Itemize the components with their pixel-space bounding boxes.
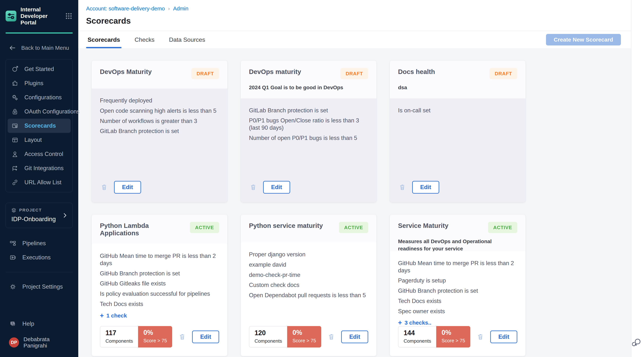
check-item: Pagerduty is setup [398, 277, 517, 284]
score-percentage: 0% [442, 329, 465, 336]
edit-scorecard-button[interactable]: Edit [114, 181, 141, 194]
arrow-left-icon [9, 44, 16, 52]
sidebar-item-scorecards[interactable]: Scorecards [8, 119, 70, 133]
sidebar-item-label: Layout [24, 136, 42, 143]
check-item: GitHub Gitleaks file exists [100, 280, 219, 287]
edit-scorecard-button[interactable]: Edit [412, 181, 439, 194]
sidebar-item-url-allow-list[interactable]: URL Allow List [8, 175, 70, 190]
sidebar-item-access-control[interactable]: Access Control [8, 147, 70, 161]
edit-scorecard-button[interactable]: Edit [490, 330, 517, 343]
check-item: demo-check-pr-time [249, 272, 368, 279]
brand-title: Internal Developer Portal [20, 6, 63, 26]
edit-scorecard-button[interactable]: Edit [263, 181, 290, 194]
sidebar-item-label: Git Integrations [24, 165, 64, 172]
card-header: DevOps maturity DRAFT 2024 Q1 Goal is to… [241, 60, 376, 98]
support-chat-icon[interactable] [632, 336, 643, 348]
scorecard-stats: 120 Components 0% Score > 75 [249, 326, 321, 348]
score-percentage: 0% [143, 329, 167, 336]
check-item: Tech Docs exists [100, 300, 219, 308]
tab-scorecards[interactable]: Scorecards [86, 31, 122, 48]
delete-scorecard-button[interactable] [476, 332, 485, 341]
settings-menu: Project Settings [8, 280, 71, 294]
layout-icon [11, 136, 18, 144]
pipelines-icon [9, 240, 16, 247]
card-header: DevOps Maturity DRAFT [92, 60, 227, 88]
tab-checks[interactable]: Checks [133, 31, 156, 48]
checks-list: Is on-call set [398, 107, 517, 117]
sidebar-item-plugins[interactable]: Plugins [8, 76, 70, 90]
user-menu[interactable]: DP Debabrata Panigrahi [0, 331, 78, 357]
app-switcher-grid-icon[interactable] [64, 12, 73, 20]
delete-scorecard-button[interactable] [178, 332, 186, 341]
check-item: Is on-call set [398, 107, 517, 114]
status-badge: ACTIVE [190, 222, 219, 233]
status-badge: ACTIVE [488, 222, 517, 233]
card-header: Docs health DRAFT dsa [390, 60, 526, 98]
project-selector[interactable]: PROJECT IDP-Onboarding [6, 203, 73, 228]
project-label: PROJECT [19, 208, 42, 212]
check-item: example david [249, 261, 368, 268]
card-title: DevOps maturity [249, 68, 301, 76]
card-title: DevOps Maturity [100, 68, 152, 76]
check-item: GitHub Mean time to merge PR is less tha… [100, 252, 219, 267]
sidebar-item-executions[interactable]: Executions [8, 250, 71, 264]
score-percentage: 0% [292, 329, 316, 336]
sidebar-item-help[interactable]: ? Help [8, 317, 71, 331]
check-item: Tech Docs exists [398, 298, 517, 305]
delete-scorecard-button[interactable] [100, 183, 108, 192]
status-badge: DRAFT [340, 68, 368, 79]
card-description: dsa [398, 84, 514, 91]
sidebar-item-oauth-configurations[interactable]: OAuth Configurations [8, 104, 70, 119]
sidebar-item-git-integrations[interactable]: Git Integrations [8, 161, 70, 175]
delete-scorecard-button[interactable] [398, 183, 406, 192]
scorecard-icon [11, 122, 18, 129]
tab-data-sources[interactable]: Data Sources [168, 31, 207, 48]
puzzle-icon [11, 80, 18, 87]
sidebar-item-label: Executions [22, 254, 51, 261]
more-checks-label: 1 check [106, 312, 127, 319]
main-area: Account: software-delivery-demo › Admin … [78, 0, 631, 357]
sidebar-item-configurations[interactable]: Configurations [8, 90, 70, 104]
svg-text:?: ? [12, 322, 13, 325]
expand-checks-link[interactable]: + 3 checks.. [398, 319, 517, 326]
check-item: GitHub Branch protection is set [398, 287, 517, 294]
check-item: Open Dependabot pull requests is less th… [249, 292, 368, 299]
card-title: Docs health [398, 68, 435, 76]
card-title: Service Maturity [398, 222, 448, 229]
scorecard-stats: 144 Components 0% Score > 75 [398, 326, 470, 348]
sidebar-item-label: Plugins [24, 80, 44, 87]
sidebar-item-project-settings[interactable]: Project Settings [8, 280, 71, 294]
status-badge: DRAFT [191, 68, 219, 79]
sidebar-item-layout[interactable]: Layout [8, 133, 70, 147]
breadcrumb-admin-link[interactable]: Admin [173, 6, 188, 12]
card-body: GitHub Mean time to merge PR is less tha… [390, 251, 526, 356]
check-item: Frequently deployed [100, 97, 219, 104]
delete-scorecard-button[interactable] [249, 183, 258, 192]
check-item: Number of workflows is greater than 3 [100, 118, 219, 125]
score-label: Score > 75 [292, 338, 316, 344]
back-to-main-menu[interactable]: Back to Main Menu [0, 34, 78, 59]
edit-scorecard-button[interactable]: Edit [341, 330, 368, 343]
sidebar-item-get-started[interactable]: Get Started [8, 62, 70, 76]
chevron-right-icon [62, 212, 68, 218]
help-chat-icon: ? [9, 320, 16, 327]
sidebar-item-pipelines[interactable]: Pipelines [8, 236, 71, 250]
card-description: 2024 Q1 Goal is to be good in DevOps [249, 84, 364, 91]
create-new-scorecard-button[interactable]: Create New Scorecard [546, 34, 621, 46]
app-logo-icon [6, 10, 16, 22]
components-label: Components [404, 338, 431, 344]
card-header: Python service maturity ACTIVE [241, 214, 376, 242]
check-item: Is policy evaluation successful for pipe… [100, 290, 219, 298]
card-title: Python service maturity [249, 222, 323, 229]
breadcrumb-account-link[interactable]: Account: software-delivery-demo [86, 6, 165, 12]
card-header: Python Lambda Applications ACTIVE [92, 214, 227, 244]
check-item: Open code scanning high alerts is less t… [100, 107, 219, 114]
breadcrumb: Account: software-delivery-demo › Admin [86, 6, 631, 12]
edit-scorecard-button[interactable]: Edit [192, 330, 219, 343]
card-body: GitLab Branch protection is setP0/P1 bug… [241, 98, 376, 202]
breadcrumb-separator: › [168, 6, 170, 12]
delete-scorecard-button[interactable] [327, 332, 336, 341]
admin-menu: Get Started Plugins [6, 59, 73, 192]
components-label: Components [106, 338, 133, 344]
expand-checks-link[interactable]: + 1 check [100, 312, 219, 319]
